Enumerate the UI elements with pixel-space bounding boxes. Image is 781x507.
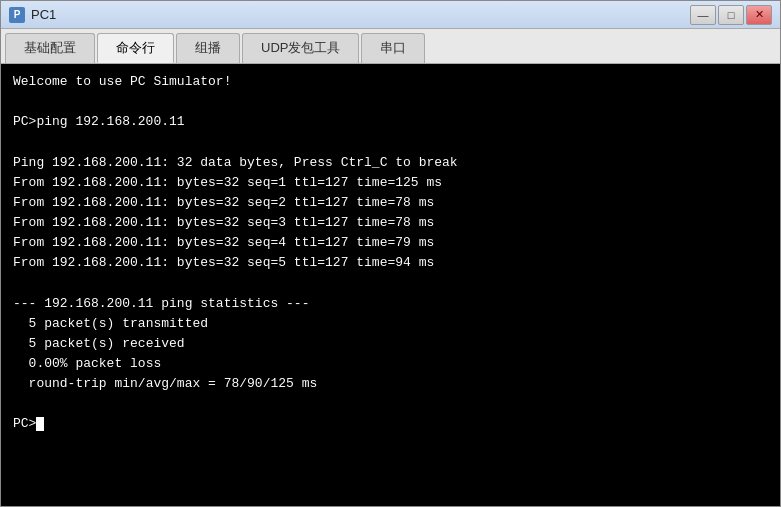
terminal-cursor [36, 417, 44, 431]
restore-button[interactable]: □ [718, 5, 744, 25]
tab-basic-config[interactable]: 基础配置 [5, 33, 95, 63]
title-buttons: — □ ✕ [690, 5, 772, 25]
minimize-button[interactable]: — [690, 5, 716, 25]
terminal-area[interactable]: Welcome to use PC Simulator! PC>ping 192… [1, 64, 780, 506]
main-window: P PC1 — □ ✕ 基础配置 命令行 组播 UDP发包工具 串口 Welco… [0, 0, 781, 507]
tab-serial[interactable]: 串口 [361, 33, 425, 63]
title-bar-left: P PC1 [9, 7, 56, 23]
window-title: PC1 [31, 7, 56, 22]
close-button[interactable]: ✕ [746, 5, 772, 25]
terminal-output: Welcome to use PC Simulator! PC>ping 192… [13, 72, 768, 435]
tab-udp-tool[interactable]: UDP发包工具 [242, 33, 359, 63]
tab-bar: 基础配置 命令行 组播 UDP发包工具 串口 [1, 29, 780, 64]
window-icon: P [9, 7, 25, 23]
tab-command-line[interactable]: 命令行 [97, 33, 174, 63]
title-bar: P PC1 — □ ✕ [1, 1, 780, 29]
tab-multicast[interactable]: 组播 [176, 33, 240, 63]
